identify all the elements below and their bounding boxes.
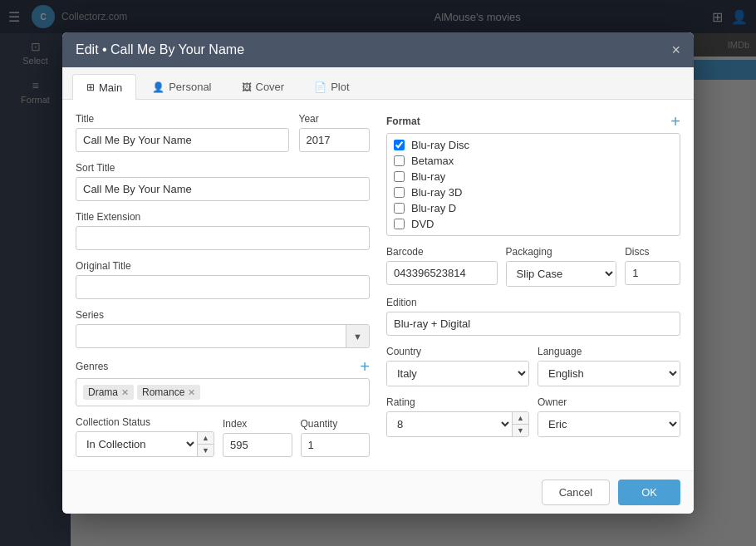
format-item-bluray: Blu-ray [394, 170, 673, 183]
title-label: Title [76, 113, 289, 125]
series-input[interactable] [76, 325, 346, 347]
rating-select[interactable]: 1234 5678 910 [387, 412, 512, 436]
genre-romance-remove[interactable]: ✕ [188, 387, 195, 398]
tab-personal[interactable]: 👤 Personal [138, 74, 225, 99]
rating-owner-row: Rating 1234 5678 910 ▲ ▼ [386, 396, 680, 437]
owner-select-wrapper: Eric Alice Bob [538, 411, 680, 437]
plot-tab-icon: 📄 [314, 81, 326, 93]
collection-status-group: Collection Status In Collection Ordered … [76, 416, 214, 457]
language-group: Language English Italian French Spanish … [538, 346, 680, 386]
genre-romance-label: Romance [142, 386, 184, 398]
packaging-select-wrapper: Slip Case Keep Case Digipak None [506, 261, 617, 287]
rating-stepper-up[interactable]: ▲ [513, 412, 528, 425]
edition-label: Edition [386, 297, 680, 308]
title-group: Title [76, 113, 289, 152]
owner-select[interactable]: Eric Alice Bob [538, 412, 680, 436]
sort-title-input[interactable] [76, 177, 370, 201]
series-input-row: ▼ [76, 324, 370, 348]
format-add-button[interactable]: + [670, 113, 680, 130]
rating-stepper-down[interactable]: ▼ [513, 425, 528, 436]
genres-add-button[interactable]: + [360, 358, 370, 375]
format-item-bluray-d: Blu-ray D [394, 202, 673, 214]
dialog-header: Edit • Call Me By Your Name × [62, 32, 694, 67]
country-group: Country Italy USA UK France Germany [386, 346, 529, 386]
format-item-label: Blu-ray 3D [411, 186, 462, 199]
left-column: Title Year Sort Title [76, 113, 370, 457]
close-button[interactable]: × [671, 42, 680, 57]
packaging-group: Packaging Slip Case Keep Case Digipak No… [506, 246, 617, 287]
format-checkbox-betamax[interactable] [394, 155, 405, 166]
original-title-input[interactable] [76, 275, 370, 299]
edit-dialog: Edit • Call Me By Your Name × ⊞ Main 👤 P… [62, 32, 694, 514]
barcode-packaging-row: Barcode Packaging Slip Case Keep Case Di… [386, 246, 680, 287]
quantity-group: Quantity [301, 418, 371, 457]
collection-stepper-down[interactable]: ▼ [198, 445, 214, 456]
genre-drama-label: Drama [88, 386, 118, 398]
title-extension-input[interactable] [76, 226, 370, 250]
format-checkbox-bluray-d[interactable] [394, 203, 405, 214]
original-title-group: Original Title [76, 260, 370, 299]
index-input[interactable] [223, 433, 292, 457]
format-item-label: Blu-ray [411, 170, 445, 183]
packaging-select[interactable]: Slip Case Keep Case Digipak None [507, 262, 616, 286]
series-dropdown-button[interactable]: ▼ [346, 325, 369, 347]
title-extension-group: Title Extension [76, 211, 370, 250]
format-item-label: Blu-ray D [411, 202, 456, 214]
dialog-tabs: ⊞ Main 👤 Personal 🖼 Cover 📄 Plot [62, 67, 694, 100]
dialog-body: Title Year Sort Title [62, 100, 694, 470]
format-item-betamax: Betamax [394, 155, 673, 167]
main-layout: ⊡ Select ≡ Format [All Movies] IMDb [All… [0, 33, 756, 546]
tab-personal-label: Personal [169, 81, 211, 93]
rating-label: Rating [386, 396, 529, 408]
index-label: Index [223, 418, 292, 430]
language-select[interactable]: English Italian French Spanish German [538, 362, 680, 386]
format-group: Format + Blu-ray Disc Betamax [386, 113, 680, 236]
genre-tag-drama: Drama ✕ [83, 385, 134, 400]
barcode-group: Barcode [386, 246, 498, 287]
index-group: Index [223, 418, 292, 457]
barcode-input[interactable] [386, 261, 498, 285]
tab-main[interactable]: ⊞ Main [72, 74, 136, 100]
genre-tag-romance: Romance ✕ [137, 385, 200, 400]
format-list: Blu-ray Disc Betamax Blu-ray [386, 133, 680, 236]
country-select[interactable]: Italy USA UK France Germany [387, 362, 528, 386]
sort-title-group: Sort Title [76, 162, 370, 201]
tab-plot[interactable]: 📄 Plot [300, 74, 363, 99]
format-checkbox-dvd[interactable] [394, 219, 405, 229]
modal-overlay: Edit • Call Me By Your Name × ⊞ Main 👤 P… [0, 0, 756, 546]
year-input[interactable] [299, 128, 371, 152]
quantity-input[interactable] [301, 433, 371, 457]
ok-button[interactable]: OK [618, 480, 680, 505]
format-item-label: Betamax [411, 155, 454, 167]
format-checkbox-bluray-3d[interactable] [394, 187, 405, 198]
original-title-label: Original Title [76, 260, 370, 272]
collection-row: Collection Status In Collection Ordered … [76, 416, 370, 457]
collection-status-select[interactable]: In Collection Ordered Wanted For Sale [76, 432, 197, 456]
genres-header: Genres + [76, 358, 370, 375]
language-label: Language [538, 346, 680, 357]
collection-stepper-up[interactable]: ▲ [198, 432, 214, 445]
tab-cover[interactable]: 🖼 Cover [228, 74, 299, 99]
edition-input[interactable] [386, 312, 680, 336]
format-checkbox-bluray-disc[interactable] [394, 140, 405, 150]
format-checkbox-bluray[interactable] [394, 171, 405, 182]
discs-input[interactable] [625, 261, 680, 285]
cancel-button[interactable]: Cancel [542, 480, 610, 505]
year-label: Year [299, 113, 371, 125]
main-tab-icon: ⊞ [86, 81, 95, 93]
collection-status-label: Collection Status [76, 416, 214, 428]
genre-drama-remove[interactable]: ✕ [121, 387, 129, 398]
rating-group: Rating 1234 5678 910 ▲ ▼ [386, 396, 529, 437]
format-item-dvd: DVD [394, 218, 673, 230]
title-input[interactable] [76, 128, 289, 152]
format-label: Format [386, 116, 420, 127]
cover-tab-icon: 🖼 [242, 81, 252, 93]
genres-group: Genres + Drama ✕ Romance ✕ [76, 358, 370, 406]
collection-stepper: ▲ ▼ [197, 432, 214, 456]
format-header: Format + [386, 113, 680, 130]
collection-status-select-wrapper: In Collection Ordered Wanted For Sale ▲ … [76, 431, 214, 457]
title-year-row: Title Year [76, 113, 370, 152]
tab-plot-label: Plot [331, 81, 349, 93]
owner-group: Owner Eric Alice Bob [538, 396, 680, 437]
country-language-row: Country Italy USA UK France Germany [386, 346, 680, 386]
